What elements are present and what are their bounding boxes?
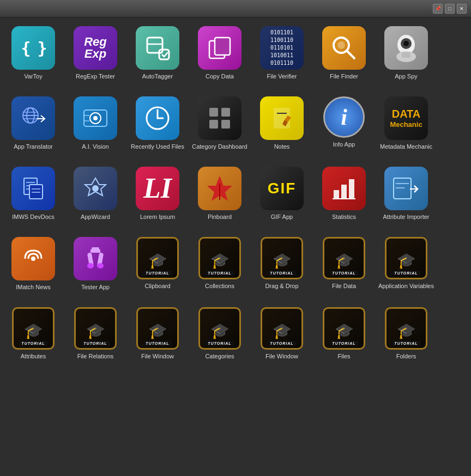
- app-icon-lorem-ipsum: LI: [136, 167, 179, 210]
- app-icon-pinboard: [198, 167, 241, 210]
- app-item-ai-vision[interactable]: A.I. Vision: [65, 93, 125, 161]
- app-label-category-dashboard: Category Dashboard: [192, 143, 247, 158]
- svg-point-7: [337, 41, 345, 49]
- app-label-app-translator: App Translator: [14, 143, 53, 158]
- app-item-tutorial-filewindow1[interactable]: 🎓TUTORIALFile Window: [128, 304, 188, 371]
- app-label-info-app: Info App: [333, 141, 355, 156]
- app-icon-app-spy: [384, 26, 428, 70]
- app-item-imws-devdocs[interactable]: IMWS DevDocs: [3, 163, 63, 231]
- app-item-category-dashboard[interactable]: Category Dashboard: [190, 93, 250, 161]
- pin-button[interactable]: 📌: [433, 4, 443, 14]
- svg-rect-12: [402, 52, 410, 58]
- app-label-tutorial-folders: Folders: [396, 352, 416, 368]
- app-icon-tutorial-attributes: 🎓TUTORIAL: [12, 307, 55, 350]
- app-label-tutorial-appvars: Application Variables: [378, 282, 434, 297]
- close-button[interactable]: ✕: [457, 4, 467, 14]
- app-icon-tutorial-folders: 🎓TUTORIAL: [385, 307, 427, 350]
- app-icon-category-dashboard: [198, 96, 241, 140]
- maximize-button[interactable]: □: [445, 4, 455, 14]
- app-icon-regexp-tester: RegExp: [74, 26, 117, 70]
- app-label-vartoy: VarToy: [24, 72, 42, 88]
- app-icon-info-app: i: [323, 96, 365, 138]
- app-item-tutorial-filewindow2[interactable]: 🎓TUTORIALFile Window: [252, 304, 312, 371]
- svg-line-6: [347, 51, 354, 58]
- svg-rect-28: [209, 120, 218, 129]
- app-label-autotagger: AutoTagger: [142, 72, 173, 88]
- svg-rect-29: [221, 120, 230, 129]
- app-item-autotagger[interactable]: AutoTagger: [128, 23, 188, 91]
- svg-rect-47: [394, 178, 411, 199]
- app-icon-appwizard: [74, 167, 117, 210]
- app-item-tutorial-categories[interactable]: 🎓TUTORIALCategories: [190, 304, 250, 371]
- app-label-appwizard: AppWizard: [81, 213, 110, 228]
- app-item-vartoy[interactable]: { }VarToy: [3, 23, 63, 91]
- app-item-appwizard[interactable]: AppWizard: [65, 163, 125, 231]
- app-label-tutorial-filedata: File Data: [332, 282, 356, 297]
- app-item-statistics[interactable]: Statistics: [314, 163, 374, 231]
- app-item-app-translator[interactable]: App Translator: [3, 93, 63, 161]
- app-item-pinboard[interactable]: Pinboard: [190, 163, 250, 231]
- app-item-tutorial-filerelations[interactable]: 🎓TUTORIALFile Relations: [65, 304, 125, 371]
- app-item-tutorial-dragdrop[interactable]: 🎓TUTORIALDrag & Drop: [252, 234, 312, 302]
- svg-rect-43: [334, 190, 339, 199]
- app-label-tutorial-files: Files: [337, 352, 350, 368]
- app-icon-statistics: [322, 167, 366, 210]
- app-item-regexp-tester[interactable]: RegExpRegExp Tester: [65, 23, 125, 91]
- app-item-attribute-importer[interactable]: Attribute Importer: [376, 163, 436, 231]
- app-label-tutorial-categories: Categories: [205, 352, 234, 368]
- svg-point-10: [403, 41, 409, 46]
- svg-point-40: [92, 185, 99, 192]
- app-icon-tutorial-clipboard: 🎓TUTORIAL: [136, 237, 179, 279]
- app-icon-tutorial-files: 🎓TUTORIAL: [323, 307, 365, 350]
- app-icon-tutorial-filewindow1: 🎓TUTORIAL: [136, 307, 179, 350]
- app-item-copy-data[interactable]: Copy Data: [190, 23, 250, 91]
- app-label-tutorial-filerelations: File Relations: [77, 352, 114, 368]
- app-icon-file-verifier: 01011011100110011010110100110101110: [260, 26, 304, 70]
- app-icon-tutorial-filedata: 🎓TUTORIAL: [323, 237, 365, 279]
- app-item-metadata-mechanic[interactable]: DATAMechanicMetadata Mechanic: [376, 93, 436, 161]
- app-icon-tutorial-filewindow2: 🎓TUTORIAL: [261, 307, 303, 350]
- app-label-tester-app: Tester App: [81, 283, 110, 298]
- app-item-recently-used[interactable]: Recently Used Files: [128, 93, 188, 161]
- app-label-pinboard: Pinboard: [208, 213, 232, 228]
- app-item-file-finder[interactable]: File Finder: [314, 23, 374, 91]
- app-label-recently-used: Recently Used Files: [131, 143, 184, 158]
- app-item-tutorial-attributes[interactable]: 🎓TUTORIALAttributes: [3, 304, 63, 371]
- app-item-tutorial-files[interactable]: 🎓TUTORIALFiles: [314, 304, 374, 371]
- app-item-tester-app[interactable]: Tester App: [65, 234, 125, 302]
- app-label-file-verifier: File Verifier: [267, 72, 297, 88]
- app-item-file-verifier[interactable]: 01011011100110011010110100110101110File …: [252, 23, 312, 91]
- app-label-tutorial-attributes: Attributes: [21, 352, 46, 368]
- app-item-lorem-ipsum[interactable]: LILorem Ipsum: [128, 163, 188, 231]
- app-icon-app-translator: [11, 96, 55, 140]
- app-item-tutorial-collections[interactable]: 🎓TUTORIALCollections: [190, 234, 250, 302]
- svg-rect-52: [90, 249, 100, 253]
- app-label-attribute-importer: Attribute Importer: [383, 213, 430, 228]
- app-item-app-spy[interactable]: App Spy: [376, 23, 436, 91]
- svg-rect-44: [341, 185, 347, 199]
- app-label-imws-devdocs: IMWS DevDocs: [12, 213, 55, 228]
- app-item-tutorial-folders[interactable]: 🎓TUTORIALFolders: [376, 304, 436, 371]
- app-item-gif-app[interactable]: GIFGIF App: [252, 163, 312, 231]
- app-label-tutorial-collections: Collections: [205, 282, 234, 297]
- app-label-imatch-news: IMatch News: [16, 283, 51, 298]
- app-icon-ai-vision: [74, 96, 117, 140]
- app-item-tutorial-filedata[interactable]: 🎓TUTORIALFile Data: [314, 234, 374, 302]
- app-label-copy-data: Copy Data: [206, 72, 234, 88]
- app-icon-tester-app: [74, 237, 117, 280]
- svg-rect-4: [215, 38, 230, 55]
- app-item-tutorial-clipboard[interactable]: 🎓TUTORIALClipboard: [128, 234, 188, 302]
- app-icon-copy-data: [198, 26, 241, 70]
- app-label-tutorial-filewindow1: File Window: [141, 352, 174, 368]
- app-item-info-app[interactable]: iInfo App: [314, 93, 374, 161]
- app-icon-tutorial-appvars: 🎓TUTORIAL: [385, 237, 427, 279]
- app-item-notes[interactable]: Notes: [252, 93, 312, 161]
- svg-point-20: [93, 116, 98, 120]
- app-icon-attribute-importer: [384, 167, 428, 210]
- app-item-imatch-news[interactable]: IMatch News: [3, 234, 63, 302]
- app-label-tutorial-dragdrop: Drag & Drop: [265, 282, 298, 297]
- app-icon-recently-used: [136, 96, 179, 140]
- app-icon-vartoy: { }: [11, 26, 55, 70]
- app-item-tutorial-appvars[interactable]: 🎓TUTORIALApplication Variables: [376, 234, 436, 302]
- app-icon-tutorial-collections: 🎓TUTORIAL: [198, 237, 241, 279]
